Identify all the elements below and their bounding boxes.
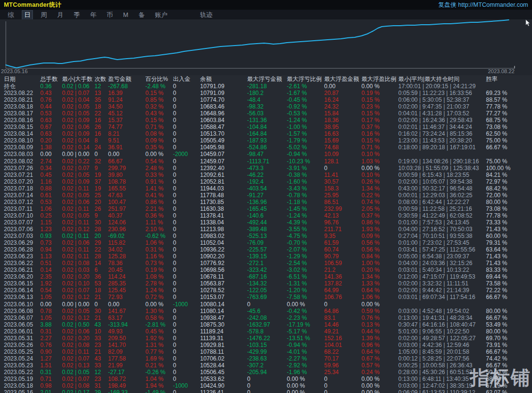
table-row[interactable]: 2023.08.030.000.00 | 0.0000.000.00 %-200… <box>0 151 532 157</box>
cell-p: 21.99 <box>107 362 144 369</box>
column-header-pc[interactable]: 百分比% <box>144 75 172 83</box>
cell-flp: -1.45 % <box>285 205 323 212</box>
table-row[interactable]: 2023.06.100.000.00 | 0.0000.000.00 %-100… <box>0 301 532 308</box>
column-header-fpp[interactable]: 最大浮盈比例 <box>360 75 397 83</box>
menu-tab-备[interactable]: 备 <box>137 11 147 19</box>
column-header-fp[interactable]: 最大浮盈金额 <box>323 75 360 83</box>
column-header-l[interactable]: 总手数 <box>39 75 61 83</box>
table-row[interactable]: 2023.08.022.740.02 | 0.223266.670.54 %01… <box>0 158 532 165</box>
table-row[interactable]: 2023.06.231.130.02 | 0.1128125.281.16 %0… <box>0 253 532 260</box>
table-row[interactable]: 2023.05.312.270.02 | 0.2033209.501.92 %0… <box>0 335 532 342</box>
table-row[interactable]: 2023.05.260.760.02 | 0.0823141.701.31 %0… <box>0 342 532 348</box>
equity-chart[interactable]: 2023.05.16 2023.08.22 <box>0 19 532 75</box>
column-header-mm[interactable]: 最小|大手数 <box>61 75 93 83</box>
table-row[interactable]: 2023.05.220.310.02 | 0.0512-27.17-0.26 %… <box>0 369 532 376</box>
table-row[interactable]: 2023.06.140.540.02 | 0.0718125.451.24 %0… <box>0 287 532 294</box>
table-row[interactable]: 持仓0.360.02 | 0.0612-267.68-2.48 %010791.… <box>0 83 532 90</box>
cell-mm: 0.02 | 0.09 <box>61 130 93 137</box>
column-header-b[interactable]: 余额 <box>199 75 246 83</box>
brand-link[interactable]: 复盘侠 http://MTCommander.com <box>438 1 528 9</box>
column-header-flp[interactable]: 最大浮亏比例 <box>285 75 323 83</box>
table-row[interactable]: 2023.06.071.050.02 | 0.122163.170.58 %01… <box>0 314 532 321</box>
menu-tab-月[interactable]: 月 <box>55 11 65 19</box>
table-row[interactable]: 2023.05.162.010.02 | 0.1729-169.33-1.49 … <box>0 389 532 393</box>
column-header-t[interactable]: 最小|平均|最大持仓时间 <box>397 75 485 83</box>
menu-tab-综[interactable]: 综 <box>6 11 16 19</box>
menu-tab-track[interactable]: 轨迹 <box>198 11 215 19</box>
table-row[interactable]: 2023.07.201.160.02 | 0.0937108.780.91 %0… <box>0 178 532 185</box>
table-row[interactable]: 2023.05.190.710.02 | 0.0723108.721.04 %0… <box>0 376 532 382</box>
chart-start-date: 2023.05.16 <box>1 68 28 74</box>
table-row[interactable]: 2023.08.180.440.02 | 0.051834.500.32 %01… <box>0 103 532 110</box>
table-row[interactable]: 2023.07.071.150.02 | 0.1130124.061.11 %0… <box>0 219 532 226</box>
table-row[interactable]: 2023.06.131.050.02 | 0.122172.930.72 %01… <box>0 294 532 300</box>
cell-pc: 0.15 % <box>144 90 172 96</box>
table-row[interactable]: 2023.05.250.900.02 | 0.112182.090.77 %01… <box>0 348 532 355</box>
table-row[interactable]: 2023.07.210.450.02 | 0.051939.800.33 %01… <box>0 172 532 178</box>
table-row[interactable]: 2023.06.280.940.02 | 0.112234.020.31 %01… <box>0 246 532 253</box>
cell-l: 0.31 <box>39 328 61 335</box>
table-row[interactable]: 2023.07.061.230.02 | 0.1228230.962.10 %0… <box>0 226 532 233</box>
table-row[interactable]: 2023.06.151.920.02 | 0.1053285.352.78 %0… <box>0 280 532 287</box>
table-row[interactable]: 2023.07.120.530.02 | 0.0620100.470.86 %0… <box>0 199 532 205</box>
cell-d: 2023.07.14 <box>0 192 39 199</box>
cell-flp: -1.96 % <box>285 369 323 376</box>
column-header-fl[interactable]: 最大浮亏金额 <box>246 75 285 83</box>
table-row[interactable]: 2023.08.210.760.02 | 0.043591.240.85 %01… <box>0 96 532 103</box>
column-header-w[interactable]: 胜率 <box>485 75 532 83</box>
table-row[interactable]: 2023.06.053.880.02 | 0.5043-313.94-2.81 … <box>0 321 532 328</box>
column-header-d[interactable]: 日期 <box>0 75 39 83</box>
menu-tab-币[interactable]: 币 <box>105 11 115 19</box>
table-row[interactable]: 2023.07.180.880.02 | 0.1119165.551.41 %0… <box>0 185 532 192</box>
cell-fpp: 0.64 % <box>360 348 397 355</box>
cell-l: 0.73 <box>39 239 61 246</box>
table-row[interactable]: 2023.07.111.060.02 | 0.1126251.972.21 %0… <box>0 205 532 212</box>
cell-l: 1.51 <box>39 362 61 369</box>
table-row[interactable]: 2023.08.160.630.02 | 0.091615.370.15 %01… <box>0 117 532 124</box>
table-row[interactable]: 2023.07.030.930.02 | 0.1120-69.02-0.62 %… <box>0 233 532 239</box>
table-row[interactable]: 2023.08.100.200.02 | 0.0489.510.09 %0105… <box>0 137 532 144</box>
table-row[interactable]: 2023.05.241.270.02 | 0.0743177.581.69 %0… <box>0 355 532 362</box>
cell-w: 80.00 % <box>485 199 532 205</box>
column-header-p[interactable]: 盈亏金额 <box>107 75 144 83</box>
cell-fp: 70.17 <box>323 355 360 362</box>
column-header-c[interactable]: 次数 <box>93 75 107 83</box>
menu-tab-年[interactable]: 年 <box>88 11 98 19</box>
cell-t: 0:02:00 | 49:28:57 | 122:05:27 <box>397 335 485 342</box>
cell-b: 10938.47 <box>199 314 246 321</box>
menu-tab-日[interactable]: 日 <box>22 11 32 19</box>
table-row[interactable]: 2023.06.202.350.02 | 0.2036114.241.08 %0… <box>0 273 532 280</box>
table-row[interactable]: 2023.07.260.340.02 | 0.079299.792.48 %01… <box>0 165 532 172</box>
menu-tab-M[interactable]: M <box>121 11 130 19</box>
table-row[interactable]: 2023.06.220.510.02 | 0.081478.360.73 %01… <box>0 260 532 267</box>
table-row[interactable]: 2023.08.140.630.02 | 0.09168.210.08 %010… <box>0 130 532 137</box>
table-row[interactable]: 2023.08.170.530.02 | 0.052245.120.43 %01… <box>0 110 532 117</box>
table-row[interactable]: 2023.05.180.980.02 | 0.0831198.491.94 %-… <box>0 382 532 389</box>
menu-tab-季[interactable]: 季 <box>72 11 82 19</box>
table-row[interactable]: 2023.06.080.780.02 | 0.0530141.671.30 %0… <box>0 308 532 314</box>
menu-tab-账户[interactable]: 账户 <box>153 11 170 19</box>
cell-f: 0 <box>172 369 199 376</box>
cell-mm: 0.02 | 0.06 <box>61 239 93 246</box>
cell-fp: 25.95 <box>323 192 360 199</box>
cell-b: 10080.14 <box>199 301 246 308</box>
table-row[interactable]: 2023.06.290.730.02 | 0.0629115.821.06 %0… <box>0 239 532 246</box>
table-row[interactable]: 2023.08.091.380.02 | 0.142436.910.35 %01… <box>0 144 532 151</box>
cell-c: 23 <box>93 376 107 382</box>
table-row[interactable]: 2023.08.220.430.02 | 0.071316.390.15 %01… <box>0 90 532 96</box>
cell-pc: 0.36 % <box>144 212 172 219</box>
table-row[interactable]: 2023.07.100.250.02 | 0.05940.370.36 %011… <box>0 212 532 219</box>
table-row[interactable]: 2023.08.150.670.02 | 0.062674.770.71 %01… <box>0 124 532 130</box>
cell-f: -2000 <box>172 151 199 157</box>
cell-fp: 104.01 <box>323 342 360 348</box>
table-row[interactable]: 2023.05.231.510.02 | 0.133321.990.21 %01… <box>0 362 532 369</box>
table-row[interactable]: 2023.06.210.140.02 | 0.03620.450.19 %010… <box>0 267 532 273</box>
cell-l: 0.54 <box>39 287 61 294</box>
cell-mm: 0.02 | 0.20 <box>61 273 93 280</box>
table-row[interactable]: 2023.07.140.610.02 | 0.052547.630.41 %01… <box>0 192 532 199</box>
cell-t: 0:03:01 | 5:40:34 | 10:13:22 <box>397 267 485 273</box>
menu-tab-周[interactable]: 周 <box>39 11 49 19</box>
cell-flp: -0.45 % <box>285 96 323 103</box>
column-header-f[interactable]: 出入金 <box>172 75 199 83</box>
table-row[interactable]: 2023.06.010.310.02 | 0.061049.930.45 %01… <box>0 328 532 335</box>
